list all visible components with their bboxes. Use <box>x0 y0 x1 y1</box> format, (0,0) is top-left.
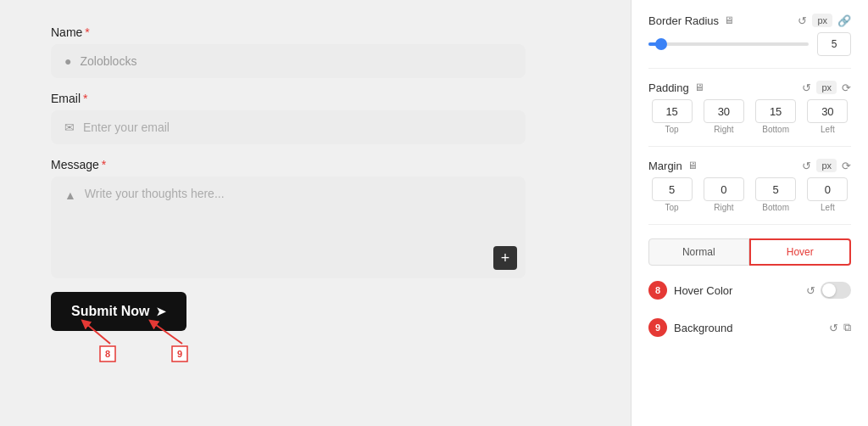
message-label: Message* <box>51 158 580 171</box>
divider-2 <box>648 146 851 147</box>
margin-monitor-icon: 🖥 <box>687 160 698 171</box>
submit-label: Submit Now <box>71 304 149 319</box>
padding-left-cell: 30 Left <box>804 99 851 134</box>
submit-button[interactable]: Submit Now ➤ <box>51 292 186 331</box>
border-radius-slider-container: 5 <box>648 32 851 56</box>
svg-rect-4 <box>172 346 187 362</box>
hover-color-controls: ↺ <box>806 282 851 299</box>
margin-right-label: Right <box>714 203 733 212</box>
user-icon: ● <box>64 54 71 68</box>
email-input-wrapper: ✉ <box>51 110 526 144</box>
margin-link-icon[interactable]: ⟳ <box>842 160 851 172</box>
background-copy-icon[interactable]: ⧉ <box>843 321 851 334</box>
border-radius-controls: ↺ px 🔗 <box>798 14 851 27</box>
margin-bottom-cell: 5 Bottom <box>753 177 799 212</box>
name-field-group: Name* ● <box>51 25 580 78</box>
margin-top-label: Top <box>665 203 679 212</box>
state-toggle: Normal Hover <box>648 238 851 266</box>
border-radius-header: Border Radius 🖥 ↺ px 🔗 <box>648 14 851 27</box>
padding-right-value[interactable]: 30 <box>704 99 744 123</box>
message-required-star: * <box>102 158 106 171</box>
name-input-wrapper: ● <box>51 44 526 78</box>
message-input-wrapper: ▲ + <box>51 177 526 278</box>
background-badge: 9 <box>648 318 667 337</box>
border-radius-value[interactable]: 5 <box>817 32 851 56</box>
right-panel: Border Radius 🖥 ↺ px 🔗 5 Padding 🖥 <box>631 0 868 426</box>
background-label: Background <box>674 322 732 334</box>
message-textarea[interactable] <box>85 187 512 263</box>
normal-button[interactable]: Normal <box>648 238 749 266</box>
margin-reset-icon[interactable]: ↺ <box>802 160 811 172</box>
background-controls: ↺ ⧉ <box>829 321 851 334</box>
padding-reset-icon[interactable]: ↺ <box>802 81 811 94</box>
padding-top-label: Top <box>665 125 679 134</box>
email-icon: ✉ <box>64 121 75 134</box>
svg-text:8: 8 <box>105 349 110 359</box>
hover-color-badge: 8 <box>648 281 667 300</box>
padding-section: Padding 🖥 ↺ px ⟳ 15 Top 30 Right 15 Bott… <box>648 81 851 134</box>
name-input[interactable] <box>80 54 512 68</box>
margin-label: Margin <box>648 160 682 172</box>
name-label: Name* <box>51 25 580 39</box>
message-icon: ▲ <box>64 188 76 202</box>
margin-section: Margin 🖥 ↺ px ⟳ 5 Top 0 Right 5 Bottom <box>648 159 851 212</box>
divider-1 <box>648 68 851 69</box>
background-row: 9 Background ↺ ⧉ <box>648 315 851 340</box>
hover-color-label: Hover Color <box>674 284 732 297</box>
email-field-group: Email* ✉ <box>51 92 580 144</box>
message-label-text: Message <box>51 158 99 171</box>
link-icon[interactable]: 🔗 <box>837 14 851 27</box>
padding-top-cell: 15 Top <box>648 99 695 134</box>
email-label: Email* <box>51 92 580 105</box>
margin-top-value[interactable]: 5 <box>652 177 693 201</box>
margin-header: Margin 🖥 ↺ px ⟳ <box>648 159 851 172</box>
margin-right-value[interactable]: 0 <box>704 177 744 201</box>
background-reset-icon[interactable]: ↺ <box>829 322 838 334</box>
svg-text:9: 9 <box>177 349 182 359</box>
margin-bottom-label: Bottom <box>762 203 789 212</box>
send-icon: ➤ <box>156 305 166 318</box>
message-field-group: Message* ▲ + <box>51 158 580 278</box>
email-required-star: * <box>83 92 87 105</box>
submit-container: Submit Now ➤ 8 9 <box>51 292 580 331</box>
hover-color-left: 8 Hover Color <box>648 281 732 300</box>
left-panel: Name* ● Email* ✉ Message* ▲ + Submit Now <box>0 0 631 426</box>
reset-icon[interactable]: ↺ <box>798 14 807 27</box>
margin-left-cell: 0 Left <box>804 177 851 212</box>
padding-unit[interactable]: px <box>816 81 837 94</box>
border-radius-section: Border Radius 🖥 ↺ px 🔗 5 <box>648 14 851 56</box>
svg-rect-1 <box>100 346 115 362</box>
border-radius-slider-track[interactable] <box>648 42 809 46</box>
padding-bottom-label: Bottom <box>762 125 789 134</box>
email-label-text: Email <box>51 92 81 105</box>
padding-monitor-icon: 🖥 <box>694 81 704 93</box>
add-block-button[interactable]: + <box>493 246 517 270</box>
padding-right-label: Right <box>714 125 733 134</box>
border-radius-unit[interactable]: px <box>812 14 832 27</box>
border-radius-slider-thumb[interactable] <box>655 38 667 50</box>
padding-link-icon[interactable]: ⟳ <box>842 81 851 94</box>
margin-bottom-value[interactable]: 5 <box>755 177 796 201</box>
padding-bottom-value[interactable]: 15 <box>755 99 796 123</box>
hover-color-row: 8 Hover Color ↺ <box>648 277 851 303</box>
border-radius-title: Border Radius 🖥 <box>648 14 734 27</box>
padding-header: Padding 🖥 ↺ px ⟳ <box>648 81 851 94</box>
margin-unit[interactable]: px <box>816 159 837 172</box>
monitor-icon: 🖥 <box>724 14 734 26</box>
hover-color-reset-icon[interactable]: ↺ <box>806 284 815 297</box>
margin-left-value[interactable]: 0 <box>807 177 848 201</box>
border-radius-label: Border Radius <box>648 14 719 27</box>
name-label-text: Name <box>51 25 82 39</box>
margin-values: 5 Top 0 Right 5 Bottom 0 Left <box>648 177 851 212</box>
padding-bottom-cell: 15 Bottom <box>753 99 799 134</box>
hover-button[interactable]: Hover <box>749 238 852 266</box>
padding-title: Padding 🖥 <box>648 81 704 94</box>
padding-left-value[interactable]: 30 <box>807 99 848 123</box>
margin-top-cell: 5 Top <box>648 177 695 212</box>
hover-color-toggle[interactable] <box>821 282 851 299</box>
margin-title: Margin 🖥 <box>648 160 698 172</box>
email-input[interactable] <box>83 121 512 134</box>
divider-3 <box>648 224 851 225</box>
padding-top-value[interactable]: 15 <box>652 99 693 123</box>
padding-controls: ↺ px ⟳ <box>802 81 851 94</box>
